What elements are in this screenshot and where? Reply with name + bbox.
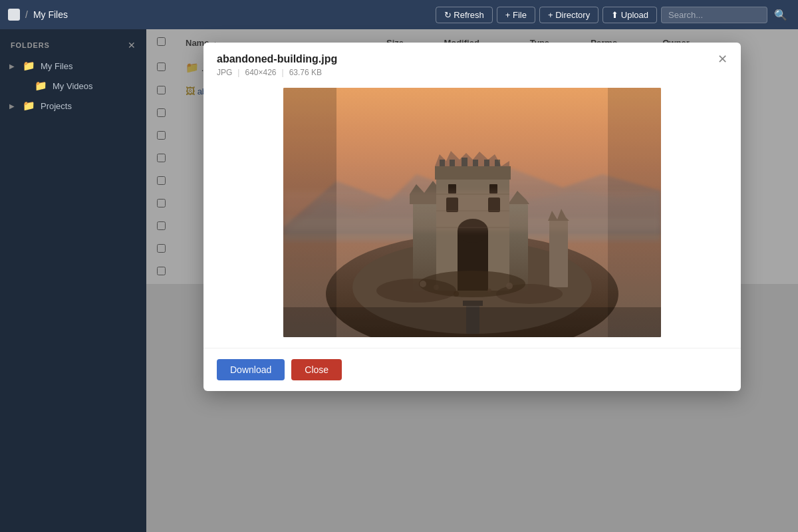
meta-sep2: | [282, 68, 284, 77]
image-container [217, 88, 728, 337]
breadcrumb-sep: / [25, 9, 28, 20]
modal-backdrop[interactable]: abandoned-building.jpg JPG | 640×426 | 6… [146, 29, 798, 532]
modal-meta: JPG | 640×426 | 63.76 KB [217, 68, 337, 77]
sidebar-item-myfiles[interactable]: ▶ 📁 My Files [0, 56, 146, 76]
folder-icon: 📁 [35, 80, 47, 92]
sidebar-title: FOLDERS [11, 41, 50, 49]
modal-dimensions: 640×426 [245, 68, 276, 77]
svg-rect-43 [283, 307, 661, 337]
sidebar-header: FOLDERS ✕ [0, 35, 146, 56]
sidebar-item-projects[interactable]: ▶ 📁 Projects [0, 96, 146, 116]
new-directory-button[interactable]: + Directory [539, 7, 598, 23]
navbar: / My Files ↻ Refresh + File + Directory … [0, 0, 798, 29]
modal-header: abandoned-building.jpg JPG | 640×426 | 6… [203, 43, 741, 82]
meta-sep: | [237, 68, 239, 77]
chevron-icon: ▶ [9, 102, 17, 110]
navbar-actions: ↻ Refresh + File + Directory ⬆ Upload 🔍 [436, 7, 790, 23]
svg-rect-44 [283, 191, 661, 231]
svg-point-36 [506, 283, 513, 289]
sidebar-item-myvideos[interactable]: 📁 My Videos [0, 76, 146, 96]
new-file-button[interactable]: + File [497, 7, 535, 23]
svg-point-37 [487, 289, 491, 293]
brand: / My Files [8, 9, 68, 21]
page-title: My Files [33, 9, 68, 20]
folder-icon: 📁 [23, 100, 35, 112]
preview-image [283, 88, 661, 337]
home-icon[interactable] [8, 9, 20, 21]
refresh-button[interactable]: ↻ Refresh [436, 7, 493, 23]
modal-footer: Download Close [203, 348, 741, 391]
image-preview-modal: abandoned-building.jpg JPG | 640×426 | 6… [203, 43, 741, 391]
svg-point-34 [420, 281, 426, 287]
modal-close-button[interactable]: ✕ [718, 53, 728, 65]
sidebar: FOLDERS ✕ ▶ 📁 My Files 📁 My Videos ▶ 📁 P… [0, 29, 146, 532]
svg-point-38 [454, 291, 459, 297]
modal-filesize: 63.76 KB [289, 68, 322, 77]
ruins-svg [283, 88, 661, 337]
folder-icon: 📁 [23, 60, 35, 72]
sidebar-item-label: My Files [41, 61, 72, 71]
modal-body [203, 82, 741, 348]
svg-rect-40 [463, 301, 483, 306]
svg-point-35 [434, 285, 439, 290]
upload-button[interactable]: ⬆ Upload [602, 7, 657, 23]
sidebar-close-button[interactable]: ✕ [128, 40, 136, 51]
close-button[interactable]: Close [291, 359, 342, 380]
layout: FOLDERS ✕ ▶ 📁 My Files 📁 My Videos ▶ 📁 P… [0, 29, 798, 532]
sidebar-item-label: Projects [41, 101, 72, 111]
download-button[interactable]: Download [217, 359, 285, 380]
modal-filename: abandoned-building.jpg [217, 53, 337, 65]
chevron-icon: ▶ [9, 63, 17, 70]
modal-format: JPG [217, 68, 232, 77]
search-input[interactable] [661, 7, 767, 23]
sidebar-item-label: My Videos [53, 81, 92, 91]
search-button[interactable]: 🔍 [771, 9, 790, 21]
main-content: Name ↑ Size Modified Type Perms Owner 📁 … [146, 29, 798, 532]
